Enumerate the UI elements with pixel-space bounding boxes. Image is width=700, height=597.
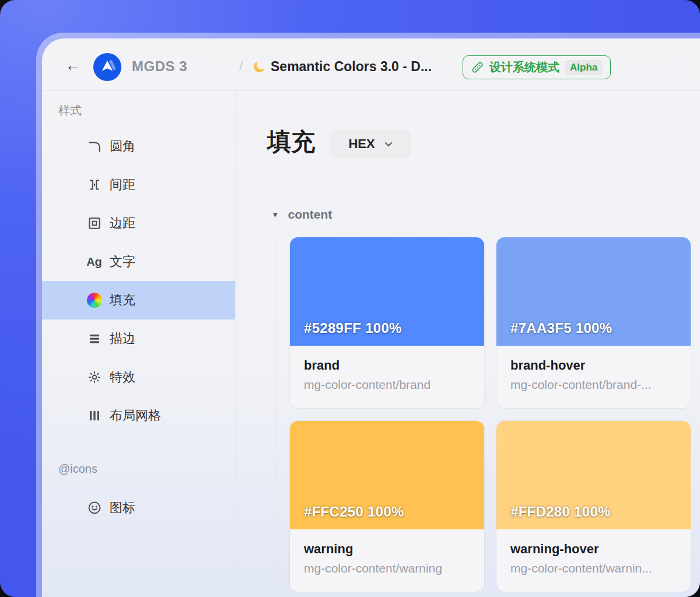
file-title[interactable]: Semantic Colors 3.0 - D...	[271, 59, 432, 75]
card-info: warning mg-color-content/warning	[290, 529, 484, 575]
main-content: 填充 HEX ▾ content #5289FF 100%	[236, 91, 700, 597]
app-window: ← MGDS 3 / Semantic Colors 3.0 - D...	[0, 0, 700, 597]
sidebar-item-label: 描边	[110, 330, 135, 347]
swatch-hex-label: #FFD280 100%	[510, 504, 611, 520]
swatch-hex-label: #7AA3F5 100%	[510, 320, 612, 336]
sidebar-item-label: 特效	[110, 368, 135, 386]
spacing-icon	[86, 177, 102, 193]
styles-section-header: 样式	[58, 103, 82, 118]
effects-icon	[86, 370, 102, 385]
color-card-warning-hover[interactable]: #FFD280 100% warning-hover mg-color-cont…	[496, 421, 691, 592]
indent-guide-line	[276, 238, 277, 597]
style-token: mg-color-content/warnin...	[510, 561, 677, 575]
color-card-brand-hover[interactable]: #7AA3F5 100% brand-hover mg-color-conten…	[496, 237, 691, 408]
card-info: brand-hover mg-color-content/brand-...	[496, 346, 691, 392]
panel-ring: ← MGDS 3 / Semantic Colors 3.0 - D...	[36, 33, 700, 597]
content-section-header[interactable]: ▾ content	[273, 208, 332, 222]
color-swatch: #7AA3F5 100%	[496, 237, 691, 346]
style-token: mg-color-content/warning	[304, 561, 470, 575]
color-swatch: #5289FF 100%	[290, 237, 484, 346]
sidebar-item-corner-radius[interactable]: 圆角	[42, 127, 235, 166]
page-title: 填充	[267, 126, 315, 158]
sidebar-item-effects[interactable]: 特效	[42, 358, 235, 396]
color-wheel-icon	[86, 293, 102, 308]
back-button[interactable]: ←	[63, 55, 83, 76]
sidebar-item-label: 圆角	[110, 138, 135, 155]
chevron-down-icon	[384, 142, 393, 147]
margin-icon	[86, 216, 102, 231]
sidebar-item-stroke[interactable]: 描边	[42, 319, 235, 358]
disclosure-triangle-icon: ▾	[273, 209, 278, 220]
content-section-label: content	[288, 208, 332, 222]
style-token: mg-color-content/brand-...	[510, 378, 677, 392]
icons-section-header: @icons	[58, 462, 97, 476]
stroke-icon	[86, 331, 102, 347]
sidebar-item-label: 图标	[110, 499, 135, 517]
style-name: brand-hover	[510, 358, 677, 373]
corner-radius-icon	[86, 139, 102, 154]
color-swatch: #FFD280 100%	[496, 421, 691, 529]
alpha-badge: Alpha	[565, 60, 603, 75]
color-card-brand[interactable]: #5289FF 100% brand mg-color-content/bran…	[290, 237, 484, 408]
design-system-mode-button[interactable]: 设计系统模式 Alpha	[463, 55, 611, 79]
color-style-grid: #5289FF 100% brand mg-color-content/bran…	[290, 237, 691, 592]
color-format-value: HEX	[348, 136, 374, 152]
color-swatch: #FFC250 100%	[290, 421, 484, 529]
sidebar-item-label: 文字	[110, 253, 135, 271]
editor-panel: ← MGDS 3 / Semantic Colors 3.0 - D...	[42, 38, 700, 597]
mastergo-logo-icon[interactable]	[93, 53, 121, 81]
color-format-dropdown[interactable]: HEX	[330, 129, 411, 159]
design-system-mode-label: 设计系统模式	[489, 59, 559, 75]
sidebar-item-text[interactable]: Ag 文字	[42, 243, 235, 281]
sidebar-item-label: 布局网格	[110, 407, 161, 424]
sidebar-item-layout-grid[interactable]: 布局网格	[42, 396, 235, 435]
styles-sidebar: 样式 圆角 间距	[42, 91, 236, 597]
sidebar-item-margin[interactable]: 边距	[42, 204, 235, 243]
breadcrumb-separator: /	[239, 59, 243, 74]
sidebar-item-label: 间距	[110, 176, 135, 194]
sidebar-item-fill[interactable]: 填充	[42, 281, 235, 319]
sidebar-item-icons[interactable]: 图标	[42, 489, 235, 527]
workspace-name[interactable]: MGDS 3	[132, 58, 187, 75]
style-name: warning-hover	[510, 542, 677, 557]
sidebar-item-spacing[interactable]: 间距	[42, 166, 235, 204]
sidebar-item-label: 边距	[110, 215, 135, 232]
card-info: warning-hover mg-color-content/warnin...	[496, 529, 691, 575]
smiley-icon	[86, 500, 102, 516]
swatch-hex-label: #FFC250 100%	[304, 504, 404, 520]
sidebar-item-label: 填充	[110, 292, 135, 309]
top-toolbar: ← MGDS 3 / Semantic Colors 3.0 - D...	[42, 38, 700, 91]
style-name: warning	[304, 542, 470, 557]
layout-grid-icon	[86, 408, 102, 424]
design-system-icon	[471, 61, 484, 74]
color-card-warning[interactable]: #FFC250 100% warning mg-color-content/wa…	[290, 421, 484, 592]
style-name: brand	[304, 358, 470, 373]
moon-icon	[252, 59, 267, 74]
card-info: brand mg-color-content/brand	[290, 346, 484, 392]
swatch-hex-label: #5289FF 100%	[304, 320, 402, 336]
sidebar-divider	[42, 446, 235, 447]
style-token: mg-color-content/brand	[304, 378, 470, 392]
text-style-icon: Ag	[86, 254, 102, 270]
